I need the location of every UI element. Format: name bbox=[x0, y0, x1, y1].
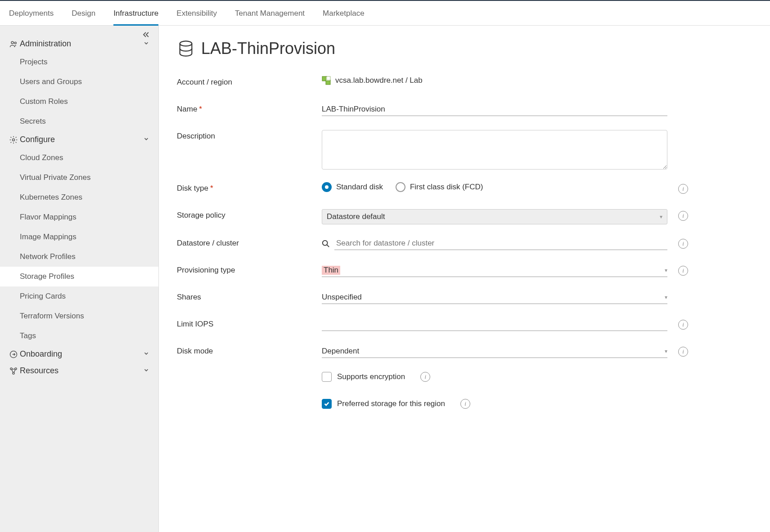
disk-mode-value: Dependent bbox=[322, 347, 359, 356]
section-administration[interactable]: Administration bbox=[0, 36, 158, 52]
label-account-region: Account / region bbox=[177, 76, 322, 87]
section-title: Configure bbox=[20, 135, 143, 144]
label-disk-type: Disk type bbox=[177, 184, 208, 192]
info-icon[interactable]: i bbox=[678, 239, 688, 249]
disk-type-radio-1[interactable]: First class disk (FCD) bbox=[396, 182, 483, 192]
sidebar-item-virtual-private-zones[interactable]: Virtual Private Zones bbox=[0, 168, 158, 188]
preferred-storage-checkbox[interactable] bbox=[322, 399, 332, 409]
section-resources[interactable]: Resources bbox=[0, 362, 158, 379]
sidebar-item-terraform-versions[interactable]: Terraform Versions bbox=[0, 306, 158, 326]
label-prov-type: Provisioning type bbox=[177, 264, 322, 275]
sidebar-item-image-mappings[interactable]: Image Mappings bbox=[0, 227, 158, 247]
svg-point-1 bbox=[14, 42, 16, 44]
sidebar-item-cloud-zones[interactable]: Cloud Zones bbox=[0, 148, 158, 168]
sidebar-item-secrets[interactable]: Secrets bbox=[0, 112, 158, 131]
info-icon[interactable]: i bbox=[678, 320, 688, 330]
chevron-down-icon: ▾ bbox=[665, 294, 667, 300]
storage-profile-icon bbox=[177, 40, 195, 58]
chevron-down-icon: ▾ bbox=[660, 214, 662, 220]
top-tab-infrastructure[interactable]: Infrastructure bbox=[113, 1, 158, 26]
top-tab-extensibility[interactable]: Extensibility bbox=[176, 1, 217, 26]
vcenter-icon bbox=[322, 76, 331, 85]
page-header: LAB-ThinProvision bbox=[177, 39, 752, 58]
sidebar-item-projects[interactable]: Projects bbox=[0, 52, 158, 72]
svg-point-11 bbox=[323, 240, 328, 245]
sidebar-item-flavor-mappings[interactable]: Flavor Mappings bbox=[0, 207, 158, 227]
sidebar-item-custom-roles[interactable]: Custom Roles bbox=[0, 92, 158, 112]
radio-dot bbox=[396, 182, 405, 192]
info-icon[interactable]: i bbox=[678, 266, 688, 276]
label-shares: Shares bbox=[177, 291, 322, 302]
circle-arrow-icon bbox=[9, 350, 20, 359]
collapse-sidebar-icon[interactable] bbox=[141, 30, 150, 41]
svg-rect-10 bbox=[326, 76, 330, 81]
top-tab-marketplace[interactable]: Marketplace bbox=[323, 1, 365, 26]
sidebar-item-storage-profiles[interactable]: Storage Profiles bbox=[0, 267, 158, 286]
info-icon[interactable]: i bbox=[460, 399, 470, 409]
radio-dot bbox=[322, 182, 332, 192]
top-tab-design[interactable]: Design bbox=[72, 1, 95, 26]
svg-point-2 bbox=[13, 139, 15, 141]
name-input[interactable] bbox=[322, 103, 667, 116]
main-content: LAB-ThinProvision Account / region vcsa.… bbox=[159, 26, 770, 532]
storage-policy-select[interactable]: Datastore default ▾ bbox=[322, 209, 667, 224]
label-datastore: Datastore / cluster bbox=[177, 237, 322, 248]
disk-type-radio-group: Standard diskFirst class disk (FCD) bbox=[322, 182, 483, 192]
sidebar-item-tags[interactable]: Tags bbox=[0, 326, 158, 346]
account-region-text: vcsa.lab.bowdre.net / Lab bbox=[335, 76, 423, 85]
value-account-region: vcsa.lab.bowdre.net / Lab bbox=[322, 76, 667, 85]
sidebar-item-users-and-groups[interactable]: Users and Groups bbox=[0, 72, 158, 92]
info-icon[interactable]: i bbox=[678, 211, 688, 221]
label-limit-iops: Limit IOPS bbox=[177, 318, 322, 329]
svg-point-0 bbox=[11, 41, 14, 44]
prov-type-value: Thin bbox=[322, 266, 340, 275]
datastore-search-input[interactable] bbox=[334, 237, 667, 250]
users-icon bbox=[9, 40, 20, 49]
section-title: Administration bbox=[20, 39, 143, 49]
radio-label: Standard disk bbox=[336, 183, 383, 192]
top-tab-deployments[interactable]: Deployments bbox=[9, 1, 54, 26]
disk-type-radio-0[interactable]: Standard disk bbox=[322, 182, 383, 192]
shares-select[interactable]: Unspecified ▾ bbox=[322, 291, 667, 304]
chevron-down-icon bbox=[143, 136, 149, 143]
chevron-down-icon: ▾ bbox=[665, 348, 667, 354]
top-tab-bar: DeploymentsDesignInfrastructureExtensibi… bbox=[0, 0, 770, 26]
info-icon[interactable]: i bbox=[420, 372, 430, 382]
info-icon[interactable]: i bbox=[678, 184, 688, 194]
section-onboarding[interactable]: Onboarding bbox=[0, 346, 158, 362]
description-textarea[interactable] bbox=[322, 130, 667, 170]
sidebar-item-kubernetes-zones[interactable]: Kubernetes Zones bbox=[0, 188, 158, 207]
chevron-right-icon bbox=[143, 350, 149, 358]
required-asterisk: * bbox=[210, 184, 213, 192]
prov-type-select[interactable]: Thin ▾ bbox=[322, 264, 667, 277]
top-tab-tenant-management[interactable]: Tenant Management bbox=[235, 1, 305, 26]
label-storage-policy: Storage policy bbox=[177, 209, 322, 220]
search-icon bbox=[322, 240, 330, 248]
supports-encryption-checkbox[interactable] bbox=[322, 372, 332, 382]
nodes-icon bbox=[9, 367, 20, 376]
label-name: Name bbox=[177, 105, 197, 113]
chevron-down-icon: ▾ bbox=[665, 267, 667, 273]
sidebar: AdministrationProjectsUsers and GroupsCu… bbox=[0, 26, 159, 532]
storage-policy-value: Datastore default bbox=[327, 212, 385, 221]
sidebar-item-network-profiles[interactable]: Network Profiles bbox=[0, 247, 158, 267]
sidebar-item-pricing-cards[interactable]: Pricing Cards bbox=[0, 286, 158, 306]
section-title: Resources bbox=[20, 366, 143, 376]
disk-mode-select[interactable]: Dependent ▾ bbox=[322, 345, 667, 358]
required-asterisk: * bbox=[199, 105, 202, 113]
chevron-right-icon bbox=[143, 367, 149, 375]
gear-icon bbox=[9, 135, 20, 144]
shares-value: Unspecified bbox=[322, 293, 362, 302]
page-title: LAB-ThinProvision bbox=[201, 39, 335, 58]
label-description: Description bbox=[177, 130, 322, 141]
limit-iops-input[interactable] bbox=[322, 318, 667, 331]
svg-line-12 bbox=[327, 245, 329, 247]
preferred-storage-label: Preferred storage for this region bbox=[337, 399, 445, 408]
layout: AdministrationProjectsUsers and GroupsCu… bbox=[0, 26, 770, 532]
section-title: Onboarding bbox=[20, 349, 143, 359]
svg-point-7 bbox=[180, 41, 192, 46]
label-disk-mode: Disk mode bbox=[177, 345, 322, 356]
radio-label: First class disk (FCD) bbox=[410, 183, 483, 192]
info-icon[interactable]: i bbox=[678, 347, 688, 357]
section-configure[interactable]: Configure bbox=[0, 131, 158, 148]
